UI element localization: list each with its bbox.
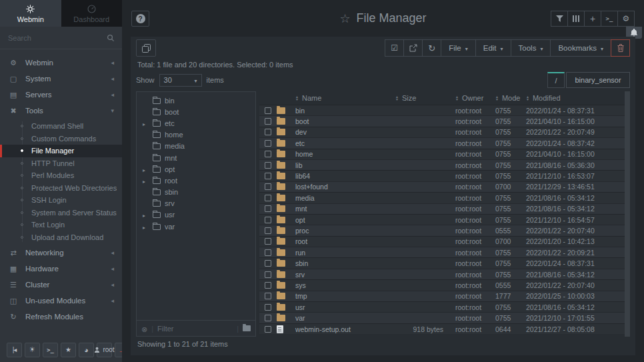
palette-button[interactable] xyxy=(79,343,94,357)
submenu-item[interactable]: HTTP Tunnel xyxy=(0,157,122,170)
file-name[interactable]: bin xyxy=(295,107,395,115)
row-checkbox[interactable] xyxy=(265,107,271,114)
row-checkbox[interactable] xyxy=(265,183,271,190)
file-name[interactable]: lost+found xyxy=(295,183,395,191)
file-name[interactable]: lib xyxy=(295,161,395,169)
shell-button[interactable] xyxy=(601,11,618,27)
row-checkbox[interactable] xyxy=(265,271,271,278)
tree-item[interactable]: boot xyxy=(137,106,255,117)
tree-item[interactable]: usr xyxy=(137,209,255,221)
file-menu-button[interactable]: File xyxy=(441,39,476,57)
tree-item[interactable]: root xyxy=(137,175,255,186)
help-button[interactable]: ? xyxy=(131,11,149,27)
sidebar-item-unused-modules[interactable]: ◫ Un-used Modules ◂ xyxy=(0,293,122,309)
table-row[interactable]: tmp root:root 1777 2022/01/25 - 10:00:03 xyxy=(259,291,630,301)
theme-button[interactable] xyxy=(25,343,40,357)
row-checkbox[interactable] xyxy=(265,118,271,125)
row-checkbox[interactable] xyxy=(265,282,271,289)
select-all-button[interactable] xyxy=(385,39,404,57)
row-checkbox[interactable] xyxy=(265,217,271,223)
table-row[interactable]: bin root:root 0755 2022/01/24 - 08:37:31 xyxy=(259,105,630,115)
clear-filter-icon[interactable] xyxy=(141,323,147,335)
row-checkbox[interactable] xyxy=(265,238,271,245)
row-checkbox[interactable] xyxy=(265,173,271,179)
delete-button[interactable] xyxy=(611,39,630,57)
row-checkbox[interactable] xyxy=(265,304,271,311)
submenu-item[interactable]: Command Shell xyxy=(0,120,122,133)
submenu-item[interactable]: File Manager xyxy=(0,145,122,157)
column-header-modified[interactable]: Modified xyxy=(526,94,625,102)
terminal-button[interactable] xyxy=(43,343,58,357)
file-name[interactable]: home xyxy=(295,150,395,158)
page-size-select[interactable]: 30 xyxy=(159,74,202,87)
tree-item[interactable]: bin xyxy=(137,95,255,106)
table-row[interactable]: lost+found root:root 0700 2021/12/29 - 1… xyxy=(259,181,630,192)
expand-arrow-icon[interactable] xyxy=(143,119,149,127)
file-name[interactable]: mnt xyxy=(295,205,395,213)
row-checkbox[interactable] xyxy=(265,227,271,234)
table-row[interactable]: lib64 root:root 0755 2021/12/10 - 16:53:… xyxy=(259,170,630,181)
collapse-sidebar-button[interactable] xyxy=(7,343,22,357)
table-row[interactable]: boot root:root 0755 2021/04/10 - 16:15:0… xyxy=(259,115,630,126)
sidebar-item-networking[interactable]: ⇄ Networking ◂ xyxy=(0,245,122,261)
tree-item[interactable]: srv xyxy=(137,198,255,209)
folder-icon[interactable] xyxy=(243,325,251,331)
tree-item[interactable]: opt xyxy=(137,163,255,175)
table-row[interactable]: lib root:root 0755 2021/08/16 - 05:36:30 xyxy=(259,159,630,170)
table-row[interactable]: dev root:root 0755 2022/01/22 - 20:07:49 xyxy=(259,127,630,137)
file-name[interactable]: var xyxy=(295,314,395,322)
table-row[interactable]: var root:root 0755 2021/12/10 - 17:01:55 xyxy=(259,312,630,323)
sidebar-item-cluster[interactable]: ☰ Cluster ◂ xyxy=(0,277,122,293)
submenu-item[interactable]: Custom Commands xyxy=(0,133,122,145)
submenu-item[interactable]: Text Login xyxy=(0,219,122,231)
sort-icon[interactable] xyxy=(455,95,459,101)
search-icon[interactable] xyxy=(107,34,115,42)
tab-dashboard[interactable]: Dashboard xyxy=(61,0,123,27)
table-row[interactable]: sbin root:root 0755 2022/01/24 - 08:37:3… xyxy=(259,257,630,268)
add-button[interactable] xyxy=(584,11,601,27)
file-name[interactable]: etc xyxy=(295,139,395,147)
sort-icon[interactable] xyxy=(526,95,529,101)
file-name[interactable]: sbin xyxy=(295,259,395,267)
sidebar-item-webmin[interactable]: ⚙ Webmin ◂ xyxy=(0,55,122,71)
tab-webmin[interactable]: Webmin xyxy=(0,0,61,27)
table-scrollbar[interactable] xyxy=(625,91,630,337)
expand-arrow-icon[interactable] xyxy=(143,177,149,185)
tree-item[interactable]: mnt xyxy=(137,152,255,163)
row-checkbox[interactable] xyxy=(265,151,271,157)
sidebar-item-tools[interactable]: ✖ Tools ▾ xyxy=(0,103,122,119)
file-name[interactable]: webmin-setup.out xyxy=(295,325,395,333)
tree-item[interactable]: sbin xyxy=(137,187,255,198)
row-checkbox[interactable] xyxy=(265,140,271,147)
sidebar-item-system[interactable]: ▢ System ◂ xyxy=(0,71,122,87)
row-checkbox[interactable] xyxy=(265,315,271,321)
bookmarks-menu-button[interactable]: Bookmarks xyxy=(550,39,611,57)
row-checkbox[interactable] xyxy=(265,260,271,267)
table-row[interactable]: mnt root:root 0755 2021/08/16 - 05:34:12 xyxy=(259,203,630,214)
edit-menu-button[interactable]: Edit xyxy=(475,39,511,57)
tools-menu-button[interactable]: Tools xyxy=(511,39,551,57)
column-header-owner[interactable]: Owner xyxy=(455,94,495,102)
table-row[interactable]: home root:root 0755 2021/04/10 - 16:15:0… xyxy=(259,149,630,159)
column-header-mode[interactable]: Mode xyxy=(495,94,526,102)
file-name[interactable]: srv xyxy=(295,271,395,279)
row-checkbox[interactable] xyxy=(265,326,271,333)
submenu-item[interactable]: System and Server Status xyxy=(0,207,122,219)
copy-button[interactable] xyxy=(136,39,156,57)
table-row[interactable]: opt root:root 0755 2021/12/10 - 16:54:57 xyxy=(259,214,630,225)
tree-filter-input[interactable]: Filter xyxy=(157,325,233,333)
submenu-item[interactable]: Perl Modules xyxy=(0,169,122,182)
tree-item[interactable]: media xyxy=(137,141,255,152)
table-row[interactable]: usr root:root 0755 2021/08/16 - 05:34:12 xyxy=(259,301,630,312)
table-row[interactable]: sys root:root 0555 2022/01/22 - 20:07:40 xyxy=(259,279,630,290)
file-name[interactable]: media xyxy=(295,194,395,202)
row-checkbox[interactable] xyxy=(265,249,271,256)
refresh-button[interactable] xyxy=(422,39,441,57)
file-name[interactable]: proc xyxy=(295,227,395,235)
favorite-star-icon[interactable]: ☆ xyxy=(339,11,350,26)
submenu-item[interactable]: Upload and Download xyxy=(0,231,122,244)
expand-arrow-icon[interactable] xyxy=(143,211,149,219)
file-name[interactable]: sys xyxy=(295,281,395,289)
tree-item[interactable]: home xyxy=(137,129,255,141)
search-input[interactable] xyxy=(8,34,103,42)
